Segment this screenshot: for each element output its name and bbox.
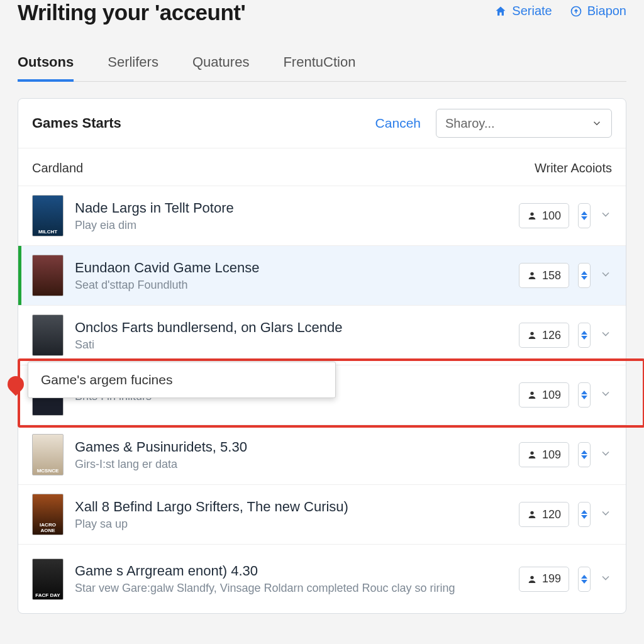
- person-icon: [527, 330, 537, 340]
- count-value: 158: [542, 269, 561, 282]
- page-title: Wrilting your 'acceunt': [18, 0, 245, 25]
- chevron-down-icon: [599, 387, 612, 400]
- game-cover: IACRO AONE: [32, 494, 64, 535]
- sort-toggle[interactable]: [578, 502, 591, 527]
- table-row[interactable]: IACRO AONE Xall 8 Befind Largo Srifters,…: [18, 484, 626, 544]
- count-pill[interactable]: 109: [519, 442, 569, 467]
- table-row[interactable]: Onclos Farts bundlersend, on Glars Lcend…: [18, 305, 626, 365]
- count-value: 199: [542, 572, 561, 586]
- row-title: Games & Pusinuridets, 5.30: [75, 439, 508, 455]
- person-icon: [527, 574, 537, 584]
- svg-point-3: [530, 332, 533, 335]
- row-subtitle: Play sa up: [75, 518, 508, 531]
- chevron-down-icon: [599, 507, 612, 519]
- tabs: Outsons Serlifers Quatures FrentuCtion: [18, 54, 626, 82]
- svg-point-5: [530, 452, 533, 455]
- header-link-seriate[interactable]: Seriate: [494, 4, 552, 18]
- house-icon: [494, 5, 507, 18]
- expand-row[interactable]: [599, 572, 612, 587]
- count-pill[interactable]: 100: [519, 203, 569, 228]
- svg-point-1: [530, 213, 533, 216]
- list-header: Cardland Writer Acoiots: [18, 148, 626, 186]
- tab-outsons[interactable]: Outsons: [18, 54, 74, 82]
- game-cover: MILCHT: [32, 195, 64, 236]
- expand-row[interactable]: [599, 328, 612, 343]
- row-subtitle: Play eia dim: [75, 219, 508, 232]
- panel-title: Games Starts: [32, 115, 365, 131]
- table-row[interactable]: MILCHT Nade Largs in Tellt Potore Play e…: [18, 186, 626, 245]
- count-value: 126: [542, 329, 561, 342]
- sort-select[interactable]: Sharoy...: [436, 109, 612, 138]
- sort-toggle[interactable]: [578, 442, 591, 467]
- expand-row[interactable]: [599, 387, 612, 402]
- row-title: Onclos Farts bundlersend, on Glars Lcend…: [75, 319, 508, 336]
- count-value: 109: [542, 448, 561, 462]
- chevron-down-icon: [599, 208, 612, 221]
- count-pill[interactable]: 126: [519, 323, 569, 348]
- game-cover: [32, 314, 64, 356]
- game-cover: MCSNCE: [32, 434, 64, 475]
- header-link-label: Biapon: [587, 4, 626, 18]
- chevron-down-icon: [599, 447, 612, 460]
- table-row[interactable]: FACF DAY Game s Arrgream enont) 4.30 Sta…: [18, 544, 626, 613]
- count-pill[interactable]: 158: [519, 263, 569, 288]
- count-value: 109: [542, 389, 561, 402]
- chevron-down-icon: [599, 268, 612, 280]
- row-subtitle: Sati: [75, 338, 508, 352]
- count-value: 120: [542, 508, 561, 521]
- row-title: Nade Largs in Tellt Potore: [75, 200, 508, 216]
- sort-placeholder: Sharoy...: [445, 116, 495, 131]
- upload-circle-icon: [570, 5, 582, 18]
- chevron-down-icon: [599, 572, 612, 584]
- row-subtitle: Girs-I:st lang er data: [75, 458, 508, 471]
- person-icon: [527, 270, 537, 280]
- count-pill[interactable]: 109: [519, 382, 569, 408]
- sort-toggle[interactable]: [578, 263, 591, 288]
- expand-row[interactable]: [599, 268, 612, 283]
- row-title: Game s Arrgream enont) 4.30: [75, 563, 508, 579]
- col-right: Writer Acoiots: [535, 161, 612, 175]
- count-pill[interactable]: 199: [519, 567, 569, 592]
- person-icon: [527, 509, 537, 519]
- sort-toggle[interactable]: [578, 203, 591, 228]
- tab-serlifers[interactable]: Serlifers: [108, 54, 158, 81]
- count-pill[interactable]: 120: [519, 502, 569, 527]
- expand-row[interactable]: [599, 507, 612, 522]
- expand-row[interactable]: [599, 208, 612, 223]
- svg-point-4: [530, 392, 533, 395]
- callout-tooltip: Game's argem fucines: [28, 362, 336, 398]
- sort-toggle[interactable]: [578, 323, 591, 348]
- chevron-down-icon: [599, 328, 612, 340]
- tab-frentuction[interactable]: FrentuCtion: [283, 54, 355, 81]
- sort-toggle[interactable]: [578, 567, 591, 592]
- expand-row[interactable]: [599, 447, 612, 462]
- person-icon: [527, 450, 537, 460]
- col-left: Cardland: [32, 161, 83, 175]
- table-row[interactable]: MCSNCE Games & Pusinuridets, 5.30 Girs-I…: [18, 425, 626, 484]
- cancel-link[interactable]: Canceh: [375, 116, 421, 131]
- games-panel: Games Starts Canceh Sharoy... Cardland W…: [18, 98, 626, 614]
- sort-toggle[interactable]: [578, 382, 591, 408]
- row-subtitle: Seat d'sttap Foundluth: [75, 279, 508, 292]
- header-link-label: Seriate: [512, 4, 552, 18]
- row-subtitle: Star vew Gare:galw Slandfy, Vinsage Rold…: [75, 582, 508, 595]
- game-cover: FACF DAY: [32, 558, 64, 600]
- svg-point-7: [530, 575, 533, 579]
- person-icon: [527, 390, 537, 400]
- game-cover: [32, 255, 64, 296]
- tab-quatures[interactable]: Quatures: [192, 54, 250, 81]
- row-title: Eundaon Cavid Game Lcense: [75, 260, 508, 276]
- row-title: Xall 8 Befind Largo Srifters, The new Cu…: [75, 499, 508, 515]
- chevron-down-icon: [591, 118, 602, 129]
- svg-point-6: [530, 511, 533, 514]
- header-link-biapon[interactable]: Biapon: [570, 4, 626, 18]
- person-icon: [527, 211, 537, 221]
- count-value: 100: [542, 209, 561, 223]
- table-row[interactable]: Eundaon Cavid Game Lcense Seat d'sttap F…: [18, 245, 626, 305]
- svg-point-2: [530, 272, 533, 275]
